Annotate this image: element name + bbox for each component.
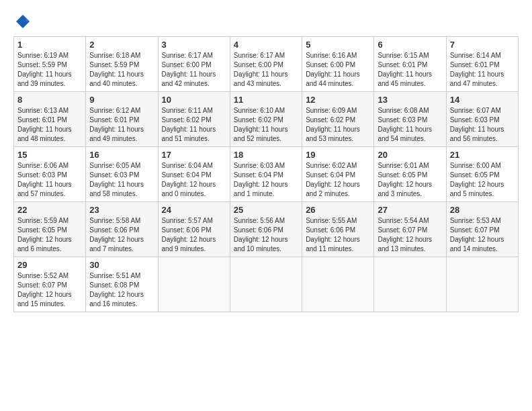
day-number: 1 [17,40,82,50]
day-cell-6: 6Sunrise: 6:15 AMSunset: 6:01 PMDaylight… [374,36,446,91]
day-number: 6 [378,40,442,50]
day-number: 25 [234,205,298,215]
day-cell-29: 29Sunrise: 5:52 AMSunset: 6:07 PMDayligh… [14,257,86,312]
day-info: Sunrise: 6:05 AMSunset: 6:03 PMDaylight:… [89,162,144,197]
day-info: Sunrise: 6:17 AMSunset: 6:00 PMDaylight:… [234,52,288,87]
logo-icon [15,13,31,30]
day-info: Sunrise: 6:06 AMSunset: 6:03 PMDaylight:… [17,162,72,197]
empty-cell [446,257,518,312]
calendar-week-3: 22Sunrise: 5:59 AMSunset: 6:05 PMDayligh… [14,201,519,257]
day-info: Sunrise: 6:15 AMSunset: 6:01 PMDaylight:… [378,52,432,87]
day-cell-23: 23Sunrise: 5:58 AMSunset: 6:06 PMDayligh… [86,201,158,257]
day-cell-14: 14Sunrise: 6:07 AMSunset: 6:03 PMDayligh… [446,91,518,146]
day-info: Sunrise: 6:07 AMSunset: 6:03 PMDaylight:… [450,107,504,142]
day-number: 5 [306,40,370,50]
day-cell-18: 18Sunrise: 6:03 AMSunset: 6:04 PMDayligh… [230,146,302,201]
day-info: Sunrise: 6:13 AMSunset: 6:01 PMDaylight:… [17,107,72,142]
day-cell-2: 2Sunrise: 6:18 AMSunset: 5:59 PMDaylight… [86,36,158,91]
logo [13,13,31,30]
empty-cell [158,257,230,312]
day-number: 26 [306,205,370,215]
day-number: 3 [162,40,226,50]
day-info: Sunrise: 6:00 AMSunset: 6:05 PMDaylight:… [450,162,504,197]
calendar-week-4: 29Sunrise: 5:52 AMSunset: 6:07 PMDayligh… [14,257,519,312]
day-number: 9 [89,95,154,105]
day-number: 21 [450,150,515,160]
day-info: Sunrise: 6:04 AMSunset: 6:04 PMDaylight:… [162,162,216,197]
day-cell-16: 16Sunrise: 6:05 AMSunset: 6:03 PMDayligh… [86,146,158,201]
day-number: 8 [17,95,82,105]
day-info: Sunrise: 6:09 AMSunset: 6:02 PMDaylight:… [306,107,360,142]
day-info: Sunrise: 6:02 AMSunset: 6:04 PMDaylight:… [306,162,360,197]
day-number: 15 [17,150,82,160]
day-cell-3: 3Sunrise: 6:17 AMSunset: 6:00 PMDaylight… [158,36,230,91]
day-info: Sunrise: 6:14 AMSunset: 6:01 PMDaylight:… [450,52,504,87]
day-info: Sunrise: 5:55 AMSunset: 6:06 PMDaylight:… [306,217,360,253]
day-info: Sunrise: 5:57 AMSunset: 6:06 PMDaylight:… [162,217,216,253]
day-cell-17: 17Sunrise: 6:04 AMSunset: 6:04 PMDayligh… [158,146,230,201]
day-cell-30: 30Sunrise: 5:51 AMSunset: 6:08 PMDayligh… [86,257,158,312]
day-info: Sunrise: 6:16 AMSunset: 6:00 PMDaylight:… [306,52,360,87]
day-info: Sunrise: 6:19 AMSunset: 5:59 PMDaylight:… [17,52,72,87]
day-info: Sunrise: 5:51 AMSunset: 6:08 PMDaylight:… [89,272,144,308]
empty-cell [374,257,446,312]
day-number: 13 [378,95,442,105]
day-number: 24 [162,205,226,215]
page-header [13,13,519,30]
day-info: Sunrise: 5:52 AMSunset: 6:07 PMDaylight:… [17,272,72,308]
day-number: 10 [162,95,226,105]
day-cell-13: 13Sunrise: 6:08 AMSunset: 6:03 PMDayligh… [374,91,446,146]
day-info: Sunrise: 5:59 AMSunset: 6:05 PMDaylight:… [17,217,72,253]
day-number: 17 [162,150,226,160]
day-number: 19 [306,150,370,160]
day-number: 2 [89,40,154,50]
day-number: 12 [306,95,370,105]
day-number: 18 [234,150,298,160]
calendar-week-2: 15Sunrise: 6:06 AMSunset: 6:03 PMDayligh… [14,146,519,201]
day-info: Sunrise: 6:10 AMSunset: 6:02 PMDaylight:… [234,107,288,142]
day-info: Sunrise: 6:12 AMSunset: 6:01 PMDaylight:… [89,107,144,142]
day-info: Sunrise: 5:58 AMSunset: 6:06 PMDaylight:… [89,217,144,253]
day-cell-28: 28Sunrise: 5:53 AMSunset: 6:07 PMDayligh… [446,201,518,257]
day-number: 23 [89,205,154,215]
empty-cell [302,257,374,312]
day-cell-5: 5Sunrise: 6:16 AMSunset: 6:00 PMDaylight… [302,36,374,91]
day-info: Sunrise: 6:11 AMSunset: 6:02 PMDaylight:… [162,107,216,142]
day-cell-27: 27Sunrise: 5:54 AMSunset: 6:07 PMDayligh… [374,201,446,257]
day-number: 20 [378,150,442,160]
calendar-week-0: 1Sunrise: 6:19 AMSunset: 5:59 PMDaylight… [14,36,519,91]
day-number: 22 [17,205,82,215]
day-number: 7 [450,40,515,50]
day-cell-4: 4Sunrise: 6:17 AMSunset: 6:00 PMDaylight… [230,36,302,91]
day-cell-21: 21Sunrise: 6:00 AMSunset: 6:05 PMDayligh… [446,146,518,201]
day-info: Sunrise: 6:03 AMSunset: 6:04 PMDaylight:… [234,162,288,197]
day-number: 29 [17,260,82,270]
day-info: Sunrise: 5:56 AMSunset: 6:06 PMDaylight:… [234,217,288,253]
day-cell-12: 12Sunrise: 6:09 AMSunset: 6:02 PMDayligh… [302,91,374,146]
day-info: Sunrise: 5:53 AMSunset: 6:07 PMDaylight:… [450,217,504,253]
day-info: Sunrise: 6:08 AMSunset: 6:03 PMDaylight:… [378,107,432,142]
day-cell-24: 24Sunrise: 5:57 AMSunset: 6:06 PMDayligh… [158,201,230,257]
calendar-table: 1Sunrise: 6:19 AMSunset: 5:59 PMDaylight… [13,36,519,312]
day-number: 27 [378,205,442,215]
day-cell-7: 7Sunrise: 6:14 AMSunset: 6:01 PMDaylight… [446,36,518,91]
day-cell-26: 26Sunrise: 5:55 AMSunset: 6:06 PMDayligh… [302,201,374,257]
day-number: 30 [89,260,154,270]
day-info: Sunrise: 5:54 AMSunset: 6:07 PMDaylight:… [378,217,432,253]
day-cell-10: 10Sunrise: 6:11 AMSunset: 6:02 PMDayligh… [158,91,230,146]
empty-cell [230,257,302,312]
day-number: 28 [450,205,515,215]
day-info: Sunrise: 6:01 AMSunset: 6:05 PMDaylight:… [378,162,432,197]
day-cell-15: 15Sunrise: 6:06 AMSunset: 6:03 PMDayligh… [14,146,86,201]
day-cell-9: 9Sunrise: 6:12 AMSunset: 6:01 PMDaylight… [86,91,158,146]
day-number: 14 [450,95,515,105]
day-info: Sunrise: 6:18 AMSunset: 5:59 PMDaylight:… [89,52,144,87]
day-number: 4 [234,40,298,50]
day-cell-25: 25Sunrise: 5:56 AMSunset: 6:06 PMDayligh… [230,201,302,257]
day-info: Sunrise: 6:17 AMSunset: 6:00 PMDaylight:… [162,52,216,87]
day-cell-20: 20Sunrise: 6:01 AMSunset: 6:05 PMDayligh… [374,146,446,201]
day-number: 16 [89,150,154,160]
day-cell-11: 11Sunrise: 6:10 AMSunset: 6:02 PMDayligh… [230,91,302,146]
day-cell-8: 8Sunrise: 6:13 AMSunset: 6:01 PMDaylight… [14,91,86,146]
day-number: 11 [234,95,298,105]
